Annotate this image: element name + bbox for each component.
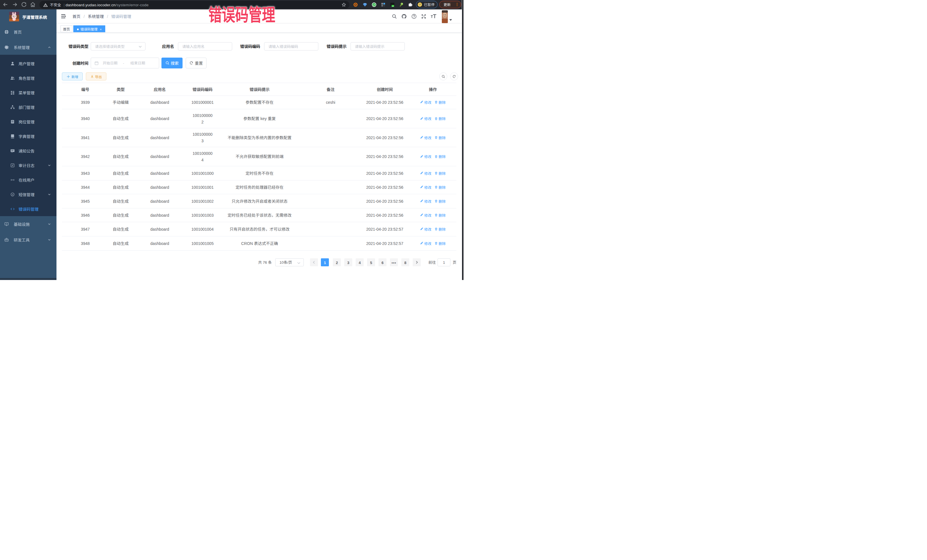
- svg-text:on: on: [392, 5, 394, 7]
